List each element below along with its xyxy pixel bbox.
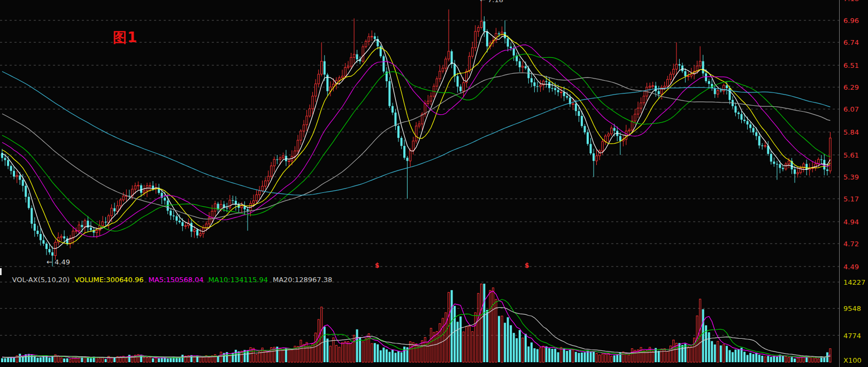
price-axis-label: 6.51	[843, 61, 859, 69]
dividend-event-marker[interactable]: $	[375, 262, 379, 269]
price-axis-label: 5.39	[843, 173, 859, 181]
dividend-event-marker[interactable]: $	[525, 262, 529, 269]
price-axis-label: 5.84	[843, 128, 859, 136]
price-axis-label: 4.49	[843, 263, 859, 271]
figure-annotation: 图1	[113, 28, 137, 47]
legend-ma5-value: MA5:150568.04	[149, 276, 204, 284]
price-axis-label: 4.94	[843, 218, 859, 226]
price-axis-label: 6.74	[843, 38, 859, 46]
stock-chart-app: 7.186.966.746.516.296.075.845.615.395.17…	[0, 0, 868, 367]
volume-unit-label: X100	[843, 356, 862, 364]
indicator-legend: VOL-AX(5,10,20)VOLUME:300640.96MA5:15056…	[3, 268, 337, 292]
price-axis-label: 7.18	[843, 0, 859, 3]
price-axis-label: 5.61	[843, 151, 859, 159]
high-price-marker: ← 7.18	[480, 0, 503, 4]
legend-indicator-name[interactable]: VOL-AX(5,10,20)	[12, 276, 70, 284]
price-axis-label: 6.07	[843, 105, 859, 113]
volume-axis-label: 14227	[843, 278, 865, 286]
candlestick-chart-canvas[interactable]	[0, 0, 868, 367]
volume-axis-label: 9548	[843, 304, 861, 313]
volume-axis-label: 4774	[843, 332, 861, 340]
price-axis-label: 6.29	[843, 83, 859, 91]
price-axis-label: 4.72	[843, 240, 859, 248]
price-axis-label: 6.96	[843, 17, 859, 25]
legend-ma10-value: MA10:134115.94	[209, 276, 268, 284]
legend-cursor	[0, 268, 2, 275]
legend-ma20-value: MA20:128967.38	[273, 276, 332, 284]
low-price-marker: ← 4.49	[47, 258, 70, 266]
price-axis-label: 5.17	[843, 195, 859, 203]
legend-volume-value: VOLUME:300640.96	[74, 276, 143, 284]
